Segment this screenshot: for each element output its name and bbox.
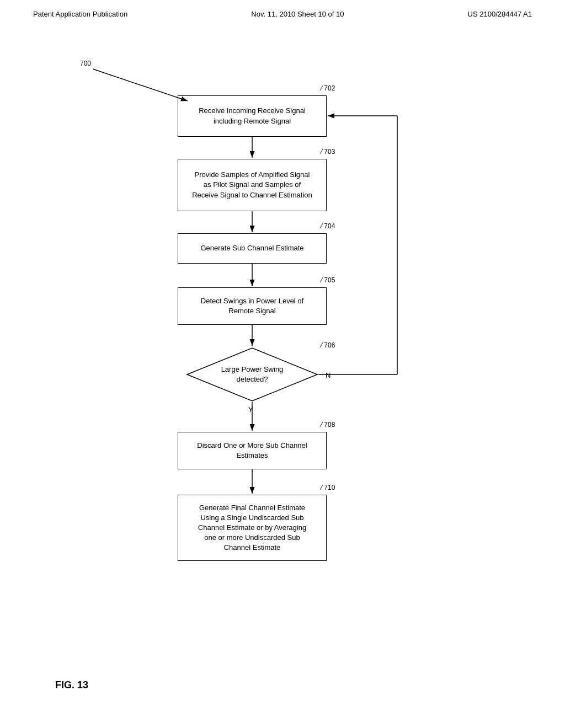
node-label-705: ∕ 705 <box>321 276 335 284</box>
label-n: N <box>326 371 331 379</box>
node-label-710: ∕ 710 <box>321 484 335 491</box>
box-705: Detect Swings in Power Level of Remote S… <box>178 287 327 325</box>
node-label-703: ∕ 703 <box>321 148 335 156</box>
box-704: Generate Sub Channel Estimate <box>178 233 327 264</box>
node-label-704: ∕ 704 <box>321 222 335 230</box>
fig-label: FIG. 13 <box>55 679 88 691</box>
header-left: Patent Application Publication <box>33 10 127 18</box>
flowchart-diagram: 700 ∕ 702 Receive Incoming Receive Signa… <box>0 29 565 708</box>
node-label-702: ∕ 702 <box>321 84 335 92</box>
svg-line-3 <box>93 69 188 101</box>
diagram-label: 700 <box>80 60 91 67</box>
page-header: Patent Application Publication Nov. 11, … <box>0 0 565 24</box>
header-right: US 2100/284447 A1 <box>468 10 532 18</box>
label-y: Y <box>248 405 253 414</box>
box-702: Receive Incoming Receive Signal includin… <box>178 95 327 137</box>
box-703: Provide Samples of Amplified Signal as P… <box>178 159 327 211</box>
node-label-708: ∕ 708 <box>321 421 335 429</box>
diamond-706: Large Power Swing detected? <box>186 347 318 402</box>
header-center: Nov. 11, 2010 Sheet 10 of 10 <box>251 10 344 18</box>
node-label-706: ∕ 706 <box>321 341 335 349</box>
box-710: Generate Final Channel Estimate Using a … <box>178 495 327 561</box>
box-708: Discard One or More Sub Channel Estimate… <box>178 432 327 469</box>
